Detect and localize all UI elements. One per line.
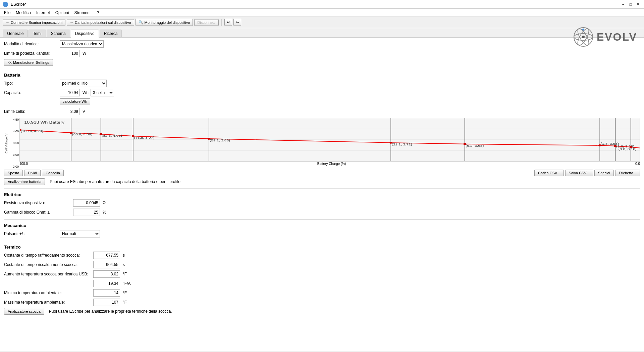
usb-temp-unit: °F <box>123 272 127 276</box>
divider-2 <box>4 219 640 220</box>
heat-const-unit: s <box>123 262 125 267</box>
heat-const-input[interactable] <box>93 261 120 268</box>
svg-point-38 <box>630 146 632 148</box>
chart-y-mid2: 3.50 <box>13 141 19 145</box>
svg-point-31 <box>100 133 102 135</box>
svg-text:(6.2, 3.68): (6.2, 3.68) <box>466 144 484 147</box>
thermal-analyzer-row: Analizzatore scocca Puoi usare EScribe p… <box>4 308 640 315</box>
min-temp-input[interactable] <box>93 289 120 297</box>
load-csv-button[interactable]: Carica CSV... <box>534 170 564 176</box>
tab-dispositivo[interactable]: Dispositivo <box>71 30 99 38</box>
menu-strumenti[interactable]: Strumenti <box>71 10 94 16</box>
mechanical-section-title: Meccanico <box>4 223 640 228</box>
monitor-icon: 🔍 <box>139 20 143 25</box>
battery-cell-select[interactable]: 3-cella 2-cella 1-cella <box>91 89 114 96</box>
label-button[interactable]: Etichetta... <box>615 170 640 176</box>
resistance-unit: Ω <box>103 201 106 205</box>
max-temp-input[interactable] <box>93 299 120 306</box>
tab-ricerca[interactable]: Ricerca <box>100 30 122 37</box>
move-button[interactable]: Sposta <box>4 170 23 176</box>
close-button[interactable]: ✕ <box>635 1 641 7</box>
cancel-chart-button[interactable]: Cancella <box>42 170 64 176</box>
lock-ohm-input[interactable] <box>73 209 100 216</box>
chart-left-buttons: Sposta Dividi Cancella <box>4 170 64 176</box>
thermal-analyzer-info: Puoi usare EScribe per analizzare le pro… <box>49 309 172 314</box>
divider-1 <box>4 188 640 189</box>
battery-chart-wrapper: Cell Voltage [V] 4.50 4.00 3.50 3.00 2.0… <box>4 118 640 176</box>
buttons-row: Pulsanti +/-: Normali Invertiti <box>4 230 640 237</box>
thermal-analyzer-button[interactable]: Analizzatore scocca <box>4 308 44 315</box>
chart-x-right: 0.0 <box>635 162 640 166</box>
save-csv-button[interactable]: Salva CSV... <box>565 170 593 176</box>
svg-point-1 <box>582 38 585 38</box>
battery-type-label: Tipo: <box>4 81 58 86</box>
svg-text:(75.8, 3.97): (75.8, 3.97) <box>134 136 155 139</box>
usb-temp-label: Aumento temperatura scocca per ricarica … <box>4 272 91 276</box>
thermal-section-title: Termico <box>4 245 640 250</box>
chart-y-mid1: 4.00 <box>13 130 19 133</box>
cell-limit-input[interactable] <box>60 108 80 115</box>
battery-chart-svg[interactable]: 10.938 Wh Battery (100.0, 4.20) (88.8, 4… <box>19 118 640 162</box>
cool-const-label: Costante di tempo raffreddamento scocca: <box>4 253 91 258</box>
evolv-text: EVOLV <box>597 38 637 43</box>
usb-temp2-input[interactable] <box>93 280 120 287</box>
upload-icon: → <box>70 20 73 25</box>
cool-const-row: Costante di tempo raffreddamento scocca:… <box>4 252 640 259</box>
max-temp-row: Massima temperatura ambientale: °F <box>4 299 640 306</box>
menu-internet[interactable]: Internet <box>34 10 53 16</box>
menu-file[interactable]: File <box>1 10 13 16</box>
charge-mode-select[interactable]: Massimizza ricarica Bilanciata Lunga dur… <box>60 40 104 48</box>
kanthal-power-unit: W <box>83 51 86 56</box>
chart-y-numbers: 4.50 4.00 3.50 3.00 2.00 <box>9 118 19 168</box>
chart-x-labels: 100.0 Battery Charge (%) 0.0 <box>19 162 640 166</box>
upload-settings-button[interactable]: → Carica impostazioni sul dispositivo <box>67 19 134 26</box>
svg-text:(0.0, 3.10): (0.0, 3.10) <box>619 147 637 150</box>
split-button[interactable]: Dividi <box>24 170 41 176</box>
monitor-button[interactable]: 🔍 Monitoraggio del dispositivo <box>136 19 193 26</box>
calc-wh-button[interactable]: calcolatore Wh <box>60 98 90 104</box>
svg-point-35 <box>464 143 466 145</box>
undo-button[interactable]: ↩ <box>224 19 232 26</box>
tab-temi[interactable]: Temi <box>29 30 46 37</box>
minimize-button[interactable]: − <box>620 1 627 7</box>
maximize-button[interactable]: □ <box>627 1 634 7</box>
menu-help[interactable]: ? <box>94 10 102 16</box>
evolv-logo-icon <box>573 38 593 47</box>
heat-const-row: Costante di tempo riscaldamento scocca: … <box>4 261 640 268</box>
title-bar-controls: − □ ✕ <box>620 1 641 7</box>
chart-buttons-row: Sposta Dividi Cancella Carica CSV... Sal… <box>4 170 640 176</box>
battery-type-select[interactable]: polimeri di litio Li-Ion Altro <box>60 80 107 87</box>
cell-limit-unit: V <box>83 109 85 114</box>
chart-x-axis-label: Battery Charge (%) <box>317 162 346 166</box>
svg-point-32 <box>132 135 135 137</box>
tab-schema[interactable]: Schema <box>47 30 70 37</box>
svg-text:(82.3, 4.05): (82.3, 4.05) <box>102 134 122 137</box>
usb-temp-input[interactable] <box>93 270 120 278</box>
chart-right-buttons: Carica CSV... Salva CSV... Special Etich… <box>534 170 640 176</box>
tabs-bar: Generale Temi Schema Dispositivo Ricerca <box>0 28 644 38</box>
special-button[interactable]: Special <box>594 170 614 176</box>
svg-point-37 <box>614 145 616 147</box>
battery-capacity-input[interactable] <box>60 89 80 96</box>
redo-button[interactable]: ↪ <box>233 19 241 26</box>
svg-text:(21.1, 3.72): (21.1, 3.72) <box>392 143 412 146</box>
kanthal-power-input[interactable] <box>60 50 80 57</box>
cool-const-input[interactable] <box>93 252 120 259</box>
toolbar-separator <box>221 19 222 26</box>
title-bar: EScribe* − □ ✕ <box>0 0 644 9</box>
battery-analyzer-button[interactable]: Analizzatore batteria <box>4 178 45 185</box>
menu-modifica[interactable]: Modifica <box>13 10 34 16</box>
disconnect-button[interactable]: Disconnetti <box>194 19 218 26</box>
buttons-select[interactable]: Normali Invertiti <box>60 230 100 237</box>
manufacturer-settings-button[interactable]: << Manufacturer Settings <box>4 59 53 66</box>
connect-download-button[interactable]: → Connetti e Scarica impostazioni <box>3 19 65 26</box>
usb-temp2-row: °F/A <box>4 280 640 287</box>
cool-const-unit: s <box>123 253 125 258</box>
toolbar: → Connetti e Scarica impostazioni → Cari… <box>0 17 644 28</box>
chart-y-axis-label-container: Cell Voltage [V] <box>4 118 9 168</box>
tab-generale[interactable]: Generale <box>3 30 28 37</box>
battery-capacity-row: Capacità: Wh 3-cella 2-cella 1-cella <box>4 89 640 96</box>
svg-point-34 <box>389 142 392 144</box>
menu-opzioni[interactable]: Opzioni <box>53 10 72 16</box>
resistance-input[interactable] <box>73 199 100 207</box>
